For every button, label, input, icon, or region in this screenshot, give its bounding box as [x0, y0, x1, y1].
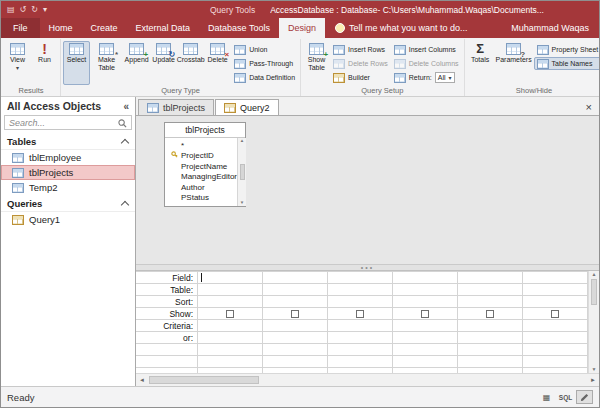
select-query-button[interactable]: Select — [63, 41, 90, 85]
show-checkbox[interactable] — [226, 310, 234, 318]
show-table-button[interactable]: + Show Table — [303, 41, 330, 85]
grid-cell[interactable] — [263, 356, 328, 368]
grid-cell-sort-3[interactable] — [328, 296, 393, 308]
scroll-up-icon[interactable]: ▲ — [240, 139, 244, 144]
grid-cell-table-6[interactable] — [523, 284, 588, 296]
grid-cell-or-5[interactable] — [458, 332, 523, 344]
grid-cell-field-6[interactable] — [523, 272, 588, 284]
vertical-scrollbar[interactable]: ▲ ▼ — [588, 271, 599, 373]
grid-cell[interactable] — [393, 344, 458, 356]
grid-cell-criteria-5[interactable] — [458, 320, 523, 332]
grid-cell-show-4[interactable] — [393, 308, 458, 320]
datasheet-view-icon[interactable]: ▦ — [538, 390, 555, 404]
tell-me-box[interactable]: Tell me what you want to do... — [325, 18, 478, 38]
qat-customize-icon[interactable]: ▾ — [43, 6, 47, 14]
show-checkbox[interactable] — [421, 310, 429, 318]
pass-through-button[interactable]: Pass-Through — [231, 57, 298, 70]
grid-cell-sort-2[interactable] — [263, 296, 328, 308]
grid-cell[interactable] — [458, 356, 523, 368]
scroll-thumb[interactable] — [591, 279, 597, 305]
scroll-right-icon[interactable]: ► — [587, 374, 599, 386]
tab-file[interactable]: File — [1, 18, 40, 38]
data-definition-button[interactable]: Data Definition — [231, 71, 298, 84]
grid-cell[interactable] — [393, 356, 458, 368]
update-button[interactable]: ↻ Update — [150, 41, 177, 85]
grid-cell-or-6[interactable] — [523, 332, 588, 344]
horizontal-scrollbar[interactable]: ◄ ► — [136, 373, 599, 386]
close-tab-icon[interactable]: × — [586, 101, 599, 115]
grid-cell-show-3[interactable] — [328, 308, 393, 320]
search-input[interactable]: Search... — [4, 115, 132, 130]
grid-cell-or-3[interactable] — [328, 332, 393, 344]
insert-rows-button[interactable]: Insert Rows — [330, 43, 391, 56]
scroll-thumb[interactable] — [240, 164, 245, 180]
table-names-button[interactable]: Table Names — [534, 57, 599, 70]
grid-cell-field-3[interactable] — [328, 272, 393, 284]
grid-cell-show-1[interactable] — [198, 308, 263, 320]
grid-cell[interactable] — [198, 356, 263, 368]
grid-cell-show-5[interactable] — [458, 308, 523, 320]
delete-rows-button[interactable]: Delete Rows — [330, 57, 391, 70]
query-design-surface[interactable]: tblProjects * ProjectID — [136, 116, 599, 264]
field-list-item-asterisk[interactable]: * — [165, 140, 237, 151]
append-button[interactable]: + Append — [123, 41, 150, 85]
grid-cell-table-3[interactable] — [328, 284, 393, 296]
grid-cell[interactable] — [263, 344, 328, 356]
grid-cell[interactable] — [458, 344, 523, 356]
parameters-button[interactable]: ? Parameters — [494, 41, 534, 85]
nav-item-tblemployee[interactable]: tblEmployee — [1, 150, 135, 165]
tab-database-tools[interactable]: Database Tools — [199, 18, 279, 38]
field-list-item-author[interactable]: Author — [165, 182, 237, 193]
undo-icon[interactable]: ↺ — [20, 6, 27, 14]
show-checkbox[interactable] — [291, 310, 299, 318]
tab-design[interactable]: Design — [279, 18, 325, 38]
grid-cell-field-5[interactable] — [458, 272, 523, 284]
tab-create[interactable]: Create — [82, 18, 127, 38]
grid-cell-field-4[interactable] — [393, 272, 458, 284]
nav-item-temp2[interactable]: Temp2 — [1, 180, 135, 195]
field-list-scrollbar[interactable]: ▲ ▼ — [237, 138, 246, 206]
run-button[interactable]: ! Run — [31, 41, 58, 85]
nav-item-query1[interactable]: Query1 — [1, 212, 135, 227]
property-sheet-button[interactable]: Property Sheet — [534, 43, 599, 56]
view-button[interactable]: View ▾ — [4, 41, 31, 85]
nav-section-queries[interactable]: Queries — [1, 195, 135, 212]
scroll-down-icon[interactable]: ▼ — [592, 367, 597, 372]
totals-button[interactable]: Σ Totals — [467, 41, 494, 85]
insert-columns-button[interactable]: Insert Columns — [391, 43, 462, 56]
grid-cell-sort-5[interactable] — [458, 296, 523, 308]
crosstab-button[interactable]: Crosstab — [177, 41, 204, 85]
field-list-tblprojects[interactable]: tblProjects * ProjectID — [164, 122, 246, 207]
field-list-item-projectname[interactable]: ProjectName — [165, 161, 237, 172]
grid-cell-or-1[interactable] — [198, 332, 263, 344]
grid-cell-sort-1[interactable] — [198, 296, 263, 308]
grid-cell-table-2[interactable] — [263, 284, 328, 296]
grid-cell-show-6[interactable] — [523, 308, 588, 320]
grid-cell-field-1[interactable] — [198, 272, 263, 284]
account-user-button[interactable]: Muhammad Waqas — [501, 18, 599, 38]
grid-cell[interactable] — [328, 356, 393, 368]
pane-splitter[interactable]: ••• — [136, 264, 599, 271]
grid-cell-or-2[interactable] — [263, 332, 328, 344]
return-dropdown[interactable]: Return: All▾ — [391, 71, 462, 84]
make-table-button[interactable]: * Make Table — [90, 41, 123, 85]
delete-columns-button[interactable]: Delete Columns — [391, 57, 462, 70]
grid-cell-or-4[interactable] — [393, 332, 458, 344]
grid-cell-sort-4[interactable] — [393, 296, 458, 308]
field-list-item-projectid[interactable]: ProjectID — [165, 151, 237, 162]
grid-cell-field-2[interactable] — [263, 272, 328, 284]
grid-cell-table-5[interactable] — [458, 284, 523, 296]
grid-cell-show-2[interactable] — [263, 308, 328, 320]
grid-cell-sort-6[interactable] — [523, 296, 588, 308]
field-list-item-pstatus[interactable]: PStatus — [165, 193, 237, 204]
nav-item-tblprojects[interactable]: tblProjects — [1, 165, 135, 180]
grid-cell[interactable] — [523, 344, 588, 356]
doc-tab-query2[interactable]: Query2 — [215, 99, 279, 115]
scroll-thumb[interactable] — [149, 376, 259, 384]
show-checkbox[interactable] — [356, 310, 364, 318]
grid-cell-criteria-6[interactable] — [523, 320, 588, 332]
save-icon[interactable]: ▤ — [7, 6, 15, 14]
delete-query-button[interactable]: × Delete — [204, 41, 231, 85]
grid-cell-table-1[interactable] — [198, 284, 263, 296]
doc-tab-tblprojects[interactable]: tblProjects — [138, 99, 214, 115]
